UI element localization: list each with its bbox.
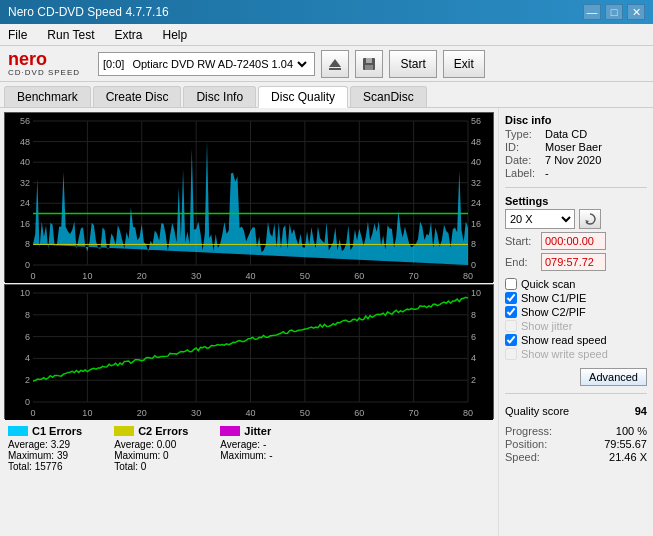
c1-max-value: 39 [57,450,68,461]
end-time-input[interactable] [541,253,606,271]
titlebar: Nero CD-DVD Speed 4.7.7.16 — □ ✕ [0,0,653,24]
exit-button[interactable]: Exit [443,50,485,78]
c2-total-label: Total: [114,461,138,472]
settings-title: Settings [505,195,647,207]
refresh-icon [583,212,597,226]
menu-runtest[interactable]: Run Test [43,26,98,44]
c1-total-value: 15776 [35,461,63,472]
speed-value: 21.46 X [609,451,647,463]
eject-button[interactable] [321,50,349,78]
jitter-avg-label: Average: [220,439,260,450]
c1-title: C1 Errors [32,425,82,437]
legend-c1: C1 Errors Average: 3.29 Maximum: 39 Tota… [8,425,82,472]
showreadspeed-label: Show read speed [521,334,607,346]
showc1-row: Show C1/PIE [505,292,647,304]
title-text: Nero CD-DVD Speed 4.7.7.16 [8,5,169,19]
disc-id-value: Moser Baer [545,141,602,153]
maximize-button[interactable]: □ [605,4,623,20]
nero-logo-main: nero [8,50,47,68]
c2-title: C2 Errors [138,425,188,437]
showwritespeed-row: Show write speed [505,348,647,360]
quickscan-label: Quick scan [521,278,575,290]
showc1-checkbox[interactable] [505,292,517,304]
showc2-checkbox[interactable] [505,306,517,318]
position-label: Position: [505,438,547,450]
chart-area: C1 Errors Average: 3.29 Maximum: 39 Tota… [0,108,498,536]
close-button[interactable]: ✕ [627,4,645,20]
drive-selector[interactable]: [0:0] Optiarc DVD RW AD-7240S 1.04 [98,52,315,76]
tab-scandisc[interactable]: ScanDisc [350,86,427,107]
tab-createdisc[interactable]: Create Disc [93,86,182,107]
c2-max-value: 0 [163,450,169,461]
menu-extra[interactable]: Extra [110,26,146,44]
position-row: Position: 79:55.67 [505,438,647,450]
c1-stats: Average: 3.29 Maximum: 39 Total: 15776 [8,439,82,472]
tab-benchmark[interactable]: Benchmark [4,86,91,107]
main-content: C1 Errors Average: 3.29 Maximum: 39 Tota… [0,108,653,536]
showc2-row: Show C2/PIF [505,306,647,318]
start-button[interactable]: Start [389,50,436,78]
c2-total-value: 0 [141,461,147,472]
c1-avg-label: Average: [8,439,48,450]
quickscan-checkbox[interactable] [505,278,517,290]
separator-1 [505,187,647,188]
quickscan-row: Quick scan [505,278,647,290]
nero-logo-sub: CD·DVD SPEED [8,68,80,77]
jitter-title: Jitter [244,425,271,437]
disc-date-value: 7 Nov 2020 [545,154,601,166]
drive-dropdown[interactable]: Optiarc DVD RW AD-7240S 1.04 [128,57,310,71]
disc-info-title: Disc info [505,114,647,126]
eject-icon [327,56,343,72]
disc-label-label: Label: [505,167,541,179]
bottom-chart-canvas [5,285,493,420]
disc-date-row: Date: 7 Nov 2020 [505,154,647,166]
speed-select[interactable]: 20 X Maximum 1 X 2 X 4 X 8 X 16 X 40 X [505,209,575,229]
legend-c2: C2 Errors Average: 0.00 Maximum: 0 Total… [114,425,188,472]
c2-stats: Average: 0.00 Maximum: 0 Total: 0 [114,439,188,472]
position-value: 79:55.67 [604,438,647,450]
c1-avg-value: 3.29 [51,439,70,450]
c1-max-label: Maximum: [8,450,54,461]
tab-discquality[interactable]: Disc Quality [258,86,348,108]
disc-id-row: ID: Moser Baer [505,141,647,153]
showwritespeed-checkbox [505,348,517,360]
minimize-button[interactable]: — [583,4,601,20]
showc1-label: Show C1/PIE [521,292,586,304]
jitter-color [220,426,240,436]
menu-help[interactable]: Help [159,26,192,44]
showwritespeed-label: Show write speed [521,348,608,360]
c2-avg-label: Average: [114,439,154,450]
quality-value: 94 [635,405,647,417]
top-chart [4,112,494,282]
checkboxes-section: Quick scan Show C1/PIE Show C2/PIF Show … [505,278,647,362]
showreadspeed-row: Show read speed [505,334,647,346]
end-time-label: End: [505,256,537,268]
top-chart-canvas [5,113,493,283]
tab-bar: Benchmark Create Disc Disc Info Disc Qua… [0,82,653,108]
window-controls: — □ ✕ [583,4,645,20]
jitter-max-label: Maximum: [220,450,266,461]
bottom-chart [4,284,494,419]
menu-file[interactable]: File [4,26,31,44]
legend-jitter: Jitter Average: - Maximum: - [220,425,272,472]
disc-type-value: Data CD [545,128,587,140]
svg-rect-1 [329,68,341,70]
progress-section: Progress: 100 % Position: 79:55.67 Speed… [505,425,647,464]
tab-discinfo[interactable]: Disc Info [183,86,256,107]
progress-row: Progress: 100 % [505,425,647,437]
end-time-row: End: [505,253,647,271]
save-button[interactable] [355,50,383,78]
legend: C1 Errors Average: 3.29 Maximum: 39 Tota… [4,421,494,474]
showjitter-label: Show jitter [521,320,572,332]
drive-label: [0:0] [103,58,124,70]
jitter-max-value: - [269,450,272,461]
disc-type-row: Type: Data CD [505,128,647,140]
jitter-stats: Average: - Maximum: - [220,439,272,461]
start-time-input[interactable] [541,232,606,250]
refresh-button[interactable] [579,209,601,229]
advanced-button[interactable]: Advanced [580,368,647,386]
speed-label: Speed: [505,451,540,463]
settings-section: Settings 20 X Maximum 1 X 2 X 4 X 8 X 16… [505,195,647,274]
disc-info-section: Disc info Type: Data CD ID: Moser Baer D… [505,114,647,180]
showreadspeed-checkbox[interactable] [505,334,517,346]
